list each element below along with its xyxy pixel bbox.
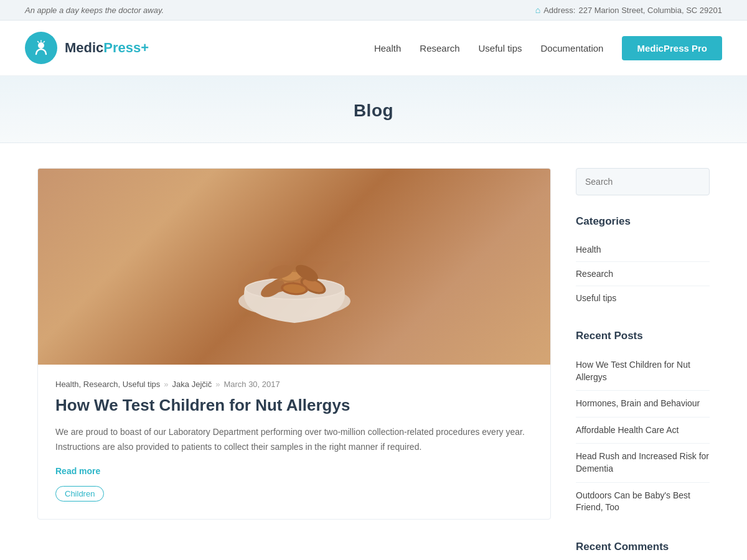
meta-separator1: » <box>164 380 168 389</box>
post-meta: Health, Research, Useful tips » Jaka Jej… <box>55 380 533 389</box>
topbar-tagline: An apple a day keeps the doctor away. <box>25 6 164 15</box>
read-more-link[interactable]: Read more <box>55 466 100 476</box>
nav-useful-tips[interactable]: Useful tips <box>479 43 522 54</box>
logo-dark: Medic <box>65 40 103 55</box>
post-excerpt: We are proud to boast of our Laboratory … <box>55 425 533 455</box>
sidebar-recent-comments: Recent Comments <box>576 541 710 553</box>
post-body: Health, Research, Useful tips » Jaka Jej… <box>38 365 550 519</box>
logo-circle <box>25 32 57 64</box>
recent-posts-title: Recent Posts <box>576 330 710 342</box>
main-nav: Health Research Useful tips Documentatio… <box>374 36 722 60</box>
header-wrapper: MedicPress+ Health Research Useful tips … <box>0 21 747 76</box>
meta-separator2: » <box>215 380 220 389</box>
category-health[interactable]: Health <box>576 245 601 254</box>
home-icon: ⌂ <box>535 5 540 15</box>
sidebar-categories: Categories Health Research Useful tips <box>576 215 710 310</box>
search-input[interactable] <box>576 170 703 193</box>
main-container: Health, Research, Useful tips » Jaka Jej… <box>25 143 722 560</box>
sidebar: 🔍 Categories Health Research Useful tips… <box>576 168 710 560</box>
post-categories: Health, Research, Useful tips <box>55 380 160 389</box>
category-useful-tips[interactable]: Useful tips <box>576 293 616 303</box>
recent-post-4[interactable]: Head Rush and Increased Risk for Dementi… <box>576 451 709 474</box>
post-date: March 30, 2017 <box>223 380 280 389</box>
blog-content: Health, Research, Useful tips » Jaka Jej… <box>37 168 551 560</box>
logo-accent: Press+ <box>103 40 149 55</box>
nav-research[interactable]: Research <box>420 43 459 54</box>
logo-icon <box>32 39 50 57</box>
recent-post-3[interactable]: Affordable Health Care Act <box>576 425 679 435</box>
post-title: How We Test Children for Nut Allergys <box>55 395 533 416</box>
recent-post-item: How We Test Children for Nut Allergys <box>576 352 710 391</box>
recent-post-item: Head Rush and Increased Risk for Dementi… <box>576 444 710 482</box>
nav-documentation[interactable]: Documentation <box>541 43 604 54</box>
category-item: Useful tips <box>576 286 710 310</box>
cta-button[interactable]: MedicPress Pro <box>622 36 722 60</box>
category-item: Research <box>576 262 710 286</box>
recent-post-item: Affordable Health Care Act <box>576 418 710 444</box>
topbar-address-value: 227 Marion Street, Columbia, SC 29201 <box>578 6 722 15</box>
category-item: Health <box>576 238 710 262</box>
categories-title: Categories <box>576 215 710 228</box>
post-card: Health, Research, Useful tips » Jaka Jej… <box>37 168 551 520</box>
search-button[interactable]: 🔍 <box>703 169 710 195</box>
recent-comments-title: Recent Comments <box>576 541 710 553</box>
topbar-address-label: Address: <box>543 6 575 15</box>
recent-post-2[interactable]: Hormones, Brain and Behaviour <box>576 398 700 408</box>
topbar: An apple a day keeps the doctor away. ⌂ … <box>0 0 747 21</box>
post-image <box>38 169 550 365</box>
logo-text: MedicPress+ <box>65 40 149 56</box>
category-list: Health Research Useful tips <box>576 238 710 310</box>
blog-title: Blog <box>12 101 735 121</box>
svg-point-0 <box>38 42 44 49</box>
blog-hero: Blog <box>0 76 747 143</box>
recent-post-5[interactable]: Outdoors Can be Baby's Best Friend, Too <box>576 490 690 513</box>
recent-post-item: Outdoors Can be Baby's Best Friend, Too <box>576 483 710 521</box>
nav-health[interactable]: Health <box>374 43 401 54</box>
tag-children[interactable]: Children <box>55 486 104 502</box>
category-research[interactable]: Research <box>576 269 613 279</box>
recent-post-item: Hormones, Brain and Behaviour <box>576 391 710 418</box>
topbar-address-area: ⌂ Address: 227 Marion Street, Columbia, … <box>535 5 722 15</box>
recent-post-1[interactable]: How We Test Children for Nut Allergys <box>576 360 690 382</box>
post-author: Jaka Jejčič <box>172 380 212 389</box>
header: MedicPress+ Health Research Useful tips … <box>0 21 747 76</box>
almond-bowl-svg <box>214 192 375 342</box>
sidebar-recent-posts: Recent Posts How We Test Children for Nu… <box>576 330 710 521</box>
recent-posts-list: How We Test Children for Nut Allergys Ho… <box>576 352 710 521</box>
search-box: 🔍 <box>576 168 710 195</box>
logo-link[interactable]: MedicPress+ <box>25 32 149 64</box>
